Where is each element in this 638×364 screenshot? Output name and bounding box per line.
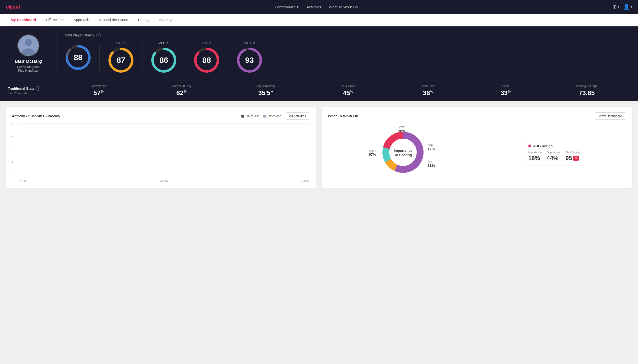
putt-trend-icon: ↗ (253, 41, 255, 45)
stat-gir: Greens In Reg 62% (172, 84, 191, 97)
stat-proximity-value: 35'5" (258, 89, 274, 97)
player-info: Blair McHarg United Kingdom Plus Handica… (8, 34, 57, 72)
player-name: Blair McHarg (15, 59, 42, 64)
hero-section: Blair McHarg United Kingdom Plus Handica… (0, 26, 638, 80)
stat-fairways: Fairways Hit 57% (90, 84, 106, 97)
donut-center-text: Importance To Scoring (394, 148, 412, 157)
stats-title: Traditional Stats ? (8, 86, 46, 91)
bars-container (19, 124, 310, 176)
stats-label-group: Traditional Stats ? Last 20 rounds (8, 86, 52, 95)
app-segment-label: APP 12% (428, 144, 435, 151)
legend-off-course: Off course (263, 114, 281, 118)
stat-scoring-value: 73.85 (579, 89, 595, 97)
app-value: 86 (159, 56, 168, 65)
score-ott: OTT ↗ 87 (100, 41, 142, 74)
arg-value: 88 (202, 56, 211, 65)
app-donut: 86 (150, 47, 177, 74)
importance-value: 16% (528, 155, 542, 162)
putt-donut: 93 (236, 47, 263, 74)
app-label: APP ↗ (159, 41, 168, 45)
opportunity-metric: Opportunity 44% (547, 151, 561, 162)
score-tpq: 88 (65, 44, 100, 71)
opportunity-value: 44% (547, 155, 561, 162)
quality-title: Total Player Quality ? (65, 33, 630, 38)
putt-label: PUTT ↗ (244, 41, 255, 45)
shot-quality-metric: Shot Quality 95 ▼ (565, 151, 580, 162)
tpq-value: 88 (74, 53, 83, 62)
ott-donut: 87 (107, 47, 134, 74)
player-country: United Kingdom (17, 65, 40, 69)
y-axis-labels: 4 3 2 1 0 (12, 124, 13, 176)
tab-around-the-green[interactable]: Around the Green (94, 14, 133, 26)
stat-proximity: App. Proximity 35'5" (256, 84, 275, 97)
bar-chart: 4 3 2 1 0 (12, 124, 310, 182)
avatar (17, 34, 39, 56)
app-logo: clippd (6, 4, 20, 10)
tab-putting[interactable]: Putting (133, 14, 154, 26)
nav-right-icons: ⊕ ▾ 👤 ▾ (612, 4, 632, 10)
ott-value: 87 (117, 56, 125, 65)
work-on-content: PUTT 57% OTT 10% APP 12% ARG (328, 124, 626, 182)
add-button[interactable]: ⊕ ▾ (612, 4, 619, 10)
arg-label: ARG ↗ (202, 41, 211, 45)
tab-my-dashboard[interactable]: My Dashboard (6, 14, 41, 26)
shot-quality-badge: ▼ (573, 156, 579, 160)
player-handicap: Plus Handicap (18, 69, 39, 72)
nav-what-to-work-on[interactable]: What To Work On (329, 5, 358, 9)
stat-sandsave: Sand Save 36% (421, 84, 435, 97)
importance-donut-wrap: PUTT 57% OTT 10% APP 12% ARG (369, 124, 437, 182)
activity-card: Activity - 3 Months - Weekly On course O… (6, 106, 316, 188)
ott-label: OTT ↗ (116, 41, 126, 45)
nav-performance[interactable]: Performance ▾ (275, 5, 299, 9)
arg-segment-label: ARG 21% (428, 160, 435, 168)
tabs-bar: My Dashboard Off the Tee Approach Around… (0, 14, 638, 26)
bars (19, 124, 310, 176)
arg-rough-dot (528, 144, 531, 148)
arg-trend-icon: ↗ (209, 41, 211, 45)
legend-on-course: On course (241, 114, 259, 118)
stat-items: Fairways Hit 57% Greens In Reg 62% App. … (52, 84, 630, 97)
stat-gir-value: 62% (176, 89, 186, 97)
tab-approach[interactable]: Approach (69, 14, 94, 26)
stat-oneputt-value: 33% (500, 89, 510, 97)
tab-scoring[interactable]: Scoring (154, 14, 176, 26)
view-dashboard-button[interactable]: View Dashboard (595, 112, 626, 120)
nav-activities[interactable]: Activities (307, 5, 321, 9)
score-putt: PUTT ↗ 93 (228, 41, 271, 74)
x-axis-labels: 7 Feb 28 Mar 9 May (19, 179, 310, 182)
top-navigation: clippd Performance ▾ Activities What To … (0, 0, 638, 14)
importance-metric: Importance 16% (528, 151, 542, 162)
stat-sandsave-value: 36% (423, 89, 433, 97)
app-trend-icon: ↗ (166, 41, 168, 45)
stat-scoring: Scoring Average 73.85 (576, 84, 598, 97)
all-activities-button[interactable]: All Activities (285, 112, 310, 120)
stat-updown-value: 45% (343, 89, 353, 97)
svg-point-1 (25, 39, 32, 46)
activity-card-header: Activity - 3 Months - Weekly On course O… (12, 112, 310, 120)
scores-row: 88 OTT ↗ 87 AP (65, 41, 630, 74)
info-metrics: Importance 16% Opportunity 44% Shot Qual… (528, 151, 580, 162)
ott-trend-icon: ↗ (123, 41, 126, 45)
help-icon[interactable]: ? (96, 33, 101, 38)
activity-legend: On course Off course (241, 114, 281, 118)
quality-section: Total Player Quality ? 88 OTT (57, 33, 630, 74)
arg-donut: 88 (193, 47, 220, 74)
tpq-donut: 88 (65, 44, 92, 71)
stats-help-icon[interactable]: ? (36, 86, 40, 91)
work-on-card-header: What To Work On View Dashboard (328, 112, 626, 120)
chevron-down-icon: ▾ (297, 5, 299, 9)
work-on-card: What To Work On View Dashboard PUTT 57% … (322, 106, 632, 188)
nav-links: Performance ▾ Activities What To Work On (275, 5, 358, 9)
stat-oneputt: 1 Putt 33% (500, 84, 510, 97)
stats-subtitle: Last 20 rounds (8, 92, 46, 95)
user-menu[interactable]: 👤 ▾ (623, 4, 632, 10)
main-content: Activity - 3 Months - Weekly On course O… (0, 101, 638, 194)
work-on-title: What To Work On (328, 114, 358, 118)
legend-off-course-dot (263, 115, 266, 118)
tab-off-the-tee[interactable]: Off the Tee (41, 14, 69, 26)
score-app: APP ↗ 86 (142, 41, 185, 74)
putt-segment-label: PUTT 57% (369, 149, 376, 156)
shot-quality-value: 95 ▼ (565, 155, 580, 162)
stat-updown: Up & Down 45% (341, 84, 355, 97)
stat-fairways-value: 57% (94, 89, 104, 97)
